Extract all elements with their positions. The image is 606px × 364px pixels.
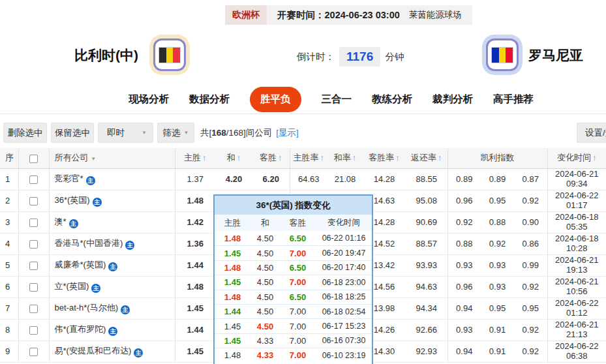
kelly-home-cell: 0.94 — [447, 297, 481, 319]
change-time-cell: 2024-06-2110:56 — [547, 276, 606, 297]
home-odds-cell[interactable]: 1.44 — [175, 254, 215, 276]
table-header-row: 序 所有公司 ▼ 主胜↑ 和↑ 客胜↑ 主胜率↑ 和率↑ 客胜率↑ 返还率↑ 凯… — [0, 148, 606, 168]
company-name[interactable]: 易*(安提瓜和巴布达) — [55, 346, 132, 356]
time-mode-label: 即时 — [107, 127, 125, 139]
company-cell: 立*(英国)主 — [49, 276, 175, 297]
popup-away-odds: 7.00 — [280, 322, 316, 331]
tab-live-analysis[interactable]: 现场分析 — [129, 93, 169, 106]
home-odds-cell[interactable]: 1.37 — [175, 168, 215, 190]
change-time-line: 21:13 — [548, 330, 606, 340]
row-index: 8 — [0, 319, 18, 341]
popup-away-odds: 7.00 — [280, 277, 316, 287]
tab-expert-picks[interactable]: 高手推荐 — [493, 93, 534, 106]
select-all-checkbox[interactable] — [18, 148, 49, 168]
venue: 莱茵能源球场 — [409, 9, 462, 21]
company-count: 168 — [211, 128, 226, 138]
col-header-home-rate[interactable]: 主胜率↑ — [290, 148, 327, 168]
kelly-home-cell: 0.96 — [447, 276, 481, 297]
col-header-home-odds[interactable]: 主胜↑ — [175, 148, 215, 168]
popup-draw-odds: 4.33 — [250, 350, 280, 360]
row-checkbox[interactable] — [29, 326, 38, 335]
popup-away-odds: 7.00 — [280, 249, 316, 258]
kelly-home-cell: 0.94 — [447, 341, 481, 362]
tab-coach-analysis[interactable]: 教练分析 — [372, 93, 412, 106]
home-odds-cell[interactable]: 1.48 — [175, 276, 215, 297]
home-odds-cell[interactable]: 1.45 — [175, 297, 215, 319]
return-rate-cell: 95.08 — [406, 190, 447, 211]
return-rate-cell: 92.93 — [406, 341, 447, 362]
company-name[interactable]: bet-at-h*(马尔他) — [55, 303, 119, 312]
kelly-home-cell: 0.93 — [447, 254, 481, 276]
away-odds-cell[interactable]: 6.20 — [252, 168, 290, 190]
home-odds-cell[interactable]: 1.42 — [175, 211, 215, 233]
sort-asc-icon: ↑ — [438, 153, 442, 162]
company-name[interactable]: 立*(英国) — [55, 281, 89, 291]
change-time-cell: 2024-06-2201:12 — [547, 297, 606, 319]
home-odds-cell[interactable]: 1.48 — [175, 190, 215, 211]
popup-draw-odds: 4.50 — [250, 277, 280, 287]
row-checkbox[interactable] — [29, 219, 38, 227]
kelly-home-cell: 0.96 — [447, 190, 481, 211]
company-name[interactable]: 威廉希*(英国) — [55, 260, 106, 269]
col-header-away-rate[interactable]: 客胜率↑ — [363, 148, 406, 168]
show-link[interactable]: [显示] — [276, 127, 299, 139]
kelly-draw-cell: 0.89 — [481, 168, 514, 190]
row-checkbox[interactable] — [29, 240, 38, 249]
home-odds-cell[interactable]: 1.44 — [175, 319, 215, 341]
filter-dropdown[interactable]: 筛选 ▼ — [157, 123, 194, 143]
company-name[interactable]: 伟*(直布罗陀) — [55, 324, 106, 334]
change-time-line: 2024-06-21 — [548, 256, 606, 265]
popup-draw-odds: 4.50 — [250, 292, 280, 302]
col-header-draw-rate[interactable]: 和率↑ — [327, 148, 363, 168]
row-checkbox[interactable] — [29, 197, 38, 205]
col-header-away-odds[interactable]: 客胜↑ — [252, 148, 290, 168]
col-header-return-rate[interactable]: 返还率↑ — [406, 148, 447, 168]
col-header-company[interactable]: 所有公司 ▼ — [49, 148, 175, 168]
kelly-away-cell: 0.95 — [514, 297, 547, 319]
settings-button[interactable]: 设置/选 — [577, 123, 606, 143]
popup-row: 1.484.506.5006-20 17:40 — [215, 260, 372, 275]
row-checkbox[interactable] — [29, 175, 38, 184]
col-header-change-time[interactable]: 变化时间↑ — [547, 148, 606, 168]
tab-referee-analysis[interactable]: 裁判分析 — [432, 93, 473, 106]
company-name[interactable]: 香港马*(中国香港) — [55, 238, 123, 248]
kelly-away-cell: 0.99 — [514, 254, 547, 276]
countdown: 倒计时： 1176 分钟 — [297, 47, 404, 67]
popup-home-odds: 1.48 — [215, 263, 250, 273]
keep-selected-button[interactable]: 保留选中 — [51, 123, 94, 143]
row-checkbox[interactable] — [29, 348, 38, 356]
tab-data-analysis[interactable]: 数据分析 — [189, 93, 230, 106]
col-header-index: 序 — [0, 148, 18, 168]
company-name[interactable]: 36*(英国) — [55, 195, 90, 205]
change-time-line: 05:35 — [548, 222, 606, 232]
change-time-line: 2024-06-21 — [548, 277, 606, 287]
kelly-away-cell: 0.92 — [514, 276, 547, 297]
row-index: 2 — [0, 190, 18, 211]
row-checkbox[interactable] — [29, 262, 38, 270]
popup-away-odds: 6.50 — [280, 263, 316, 273]
home-odds-cell[interactable]: 1.45 — [175, 341, 215, 362]
row-checkbox[interactable] — [29, 283, 38, 292]
col-header-draw-odds[interactable]: 和↑ — [215, 148, 252, 168]
company-name[interactable]: 竞彩官* — [55, 174, 83, 183]
return-rate-cell: 93.93 — [406, 254, 447, 276]
home-odds-cell[interactable]: 1.36 — [175, 233, 215, 254]
tab-three-in-one[interactable]: 三合一 — [322, 93, 352, 106]
row-checkbox-cell — [18, 254, 49, 276]
popup-row: 1.454.507.0006-18 23:00 — [215, 275, 372, 289]
time-mode-dropdown[interactable]: 即时 ▼ — [98, 123, 153, 143]
company-name[interactable]: 澳* — [55, 217, 67, 226]
delete-selected-button[interactable]: 删除选中 — [3, 123, 47, 143]
chevron-down-icon: ▼ — [142, 130, 147, 136]
kelly-home-cell: 0.88 — [447, 233, 481, 254]
company-cell: 36*(英国)主 — [49, 190, 175, 211]
change-time-line: 01:17 — [548, 201, 606, 211]
main-company-badge-icon: 主 — [125, 241, 134, 250]
kelly-home-cell: 0.89 — [447, 168, 481, 190]
popup-home-odds: 1.45 — [215, 249, 250, 258]
kelly-away-cell: 0.92 — [514, 190, 547, 211]
draw-odds-cell[interactable]: 4.20 — [215, 168, 252, 190]
popup-away-odds: 7.00 — [280, 307, 316, 316]
tab-win-draw-lose[interactable]: 胜平负 — [250, 87, 301, 112]
row-checkbox[interactable] — [29, 305, 38, 313]
